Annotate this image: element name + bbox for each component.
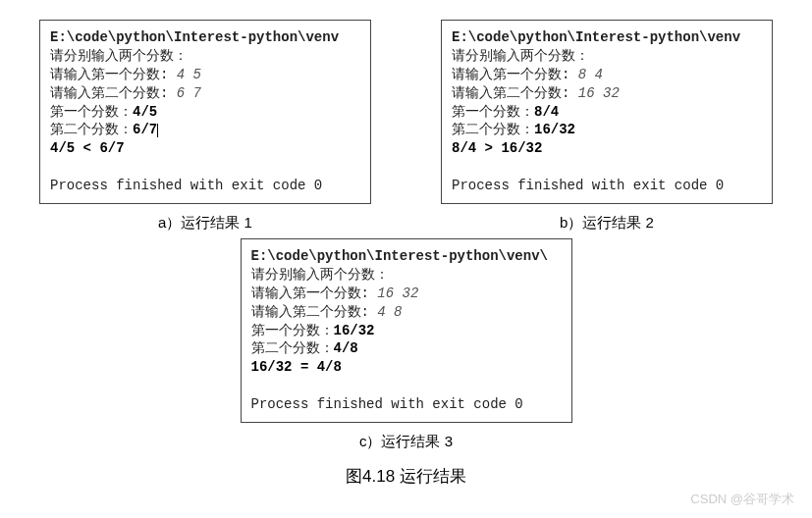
prompt-line: 请分别输入两个分数： xyxy=(50,47,360,66)
path-line: E:\code\python\Interest-python\venv\ xyxy=(251,247,562,266)
input1-line: 请输入第一个分数: 4 5 xyxy=(50,66,360,84)
console-output-b: E:\code\python\Interest-python\venv 请分别输… xyxy=(441,20,773,204)
console-output-a: E:\code\python\Interest-python\venv 请分别输… xyxy=(39,20,371,204)
prompt-line: 请分别输入两个分数： xyxy=(251,266,562,285)
input2-line: 请输入第二个分数: 4 8 xyxy=(251,303,562,322)
caption-b: b）运行结果 2 xyxy=(560,214,654,233)
exit-line: Process finished with exit code 0 xyxy=(251,395,562,414)
exit-line: Process finished with exit code 0 xyxy=(452,177,762,195)
output2-line: 第二个分数：6/7 xyxy=(50,121,360,139)
figure-title: 图4.18 运行结果 xyxy=(39,465,773,488)
caption-c: c）运行结果 3 xyxy=(359,433,453,451)
input1-line: 请输入第一个分数: 16 32 xyxy=(251,285,562,303)
input1-line: 请输入第一个分数: 8 4 xyxy=(452,66,762,84)
input2-line: 请输入第二个分数: 16 32 xyxy=(452,84,762,103)
panel-c: E:\code\python\Interest-python\venv\ 请分别… xyxy=(241,238,572,451)
blank-line xyxy=(251,377,562,395)
blank-line xyxy=(50,158,360,177)
caption-a: a）运行结果 1 xyxy=(158,214,252,233)
path-line: E:\code\python\Interest-python\venv xyxy=(50,28,360,47)
compare-line: 16/32 = 4/8 xyxy=(251,358,562,377)
exit-line: Process finished with exit code 0 xyxy=(50,177,360,195)
compare-line: 4/5 < 6/7 xyxy=(50,139,360,158)
panel-a: E:\code\python\Interest-python\venv 请分别输… xyxy=(39,20,371,233)
console-output-c: E:\code\python\Interest-python\venv\ 请分别… xyxy=(241,238,572,423)
path-line: E:\code\python\Interest-python\venv xyxy=(452,28,762,47)
input2-line: 请输入第二个分数: 6 7 xyxy=(50,84,360,103)
watermark: CSDN @谷哥学术 xyxy=(690,491,794,508)
output1-line: 第一个分数：4/5 xyxy=(50,103,360,122)
prompt-line: 请分别输入两个分数： xyxy=(452,47,762,66)
output1-line: 第一个分数：8/4 xyxy=(452,103,762,122)
compare-line: 8/4 > 16/32 xyxy=(452,139,762,158)
output2-line: 第二个分数：4/8 xyxy=(251,339,562,358)
panel-b: E:\code\python\Interest-python\venv 请分别输… xyxy=(441,20,773,233)
output2-line: 第二个分数：16/32 xyxy=(452,121,762,139)
output1-line: 第一个分数：16/32 xyxy=(251,322,562,340)
blank-line xyxy=(452,158,762,177)
